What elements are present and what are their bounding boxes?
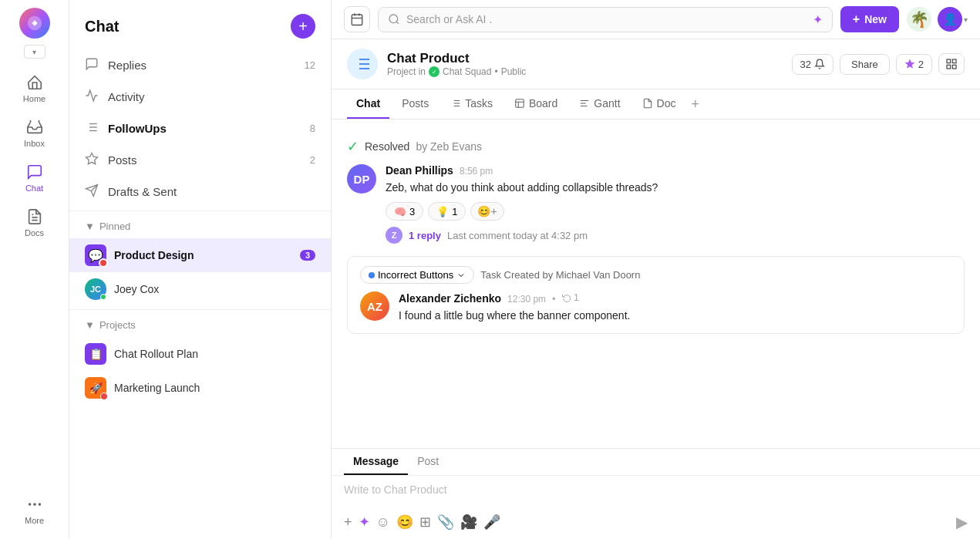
svg-rect-33 (952, 65, 956, 69)
search-bar[interactable]: Search or Ask AI . ✦ (378, 7, 833, 32)
calendar-button[interactable] (344, 6, 370, 32)
projects-section-header[interactable]: ▼ Projects (69, 313, 331, 337)
sidebar-item-followups[interactable]: FollowUps 8 (69, 113, 331, 144)
sidebar-item-joey-cox[interactable]: JC Joey Cox (69, 272, 331, 306)
chat-label: Chat (25, 184, 43, 193)
alex-name: Alexander Zichenko (399, 292, 501, 305)
compose-emoji-icon[interactable]: 😊 (396, 514, 413, 531)
add-reaction-button[interactable]: 😊+ (470, 202, 503, 221)
svg-rect-31 (952, 59, 956, 63)
more-label: More (25, 516, 44, 525)
compose-tab-post[interactable]: Post (408, 449, 448, 475)
user-avatar: 👤 (938, 7, 962, 32)
pinned-section-header[interactable]: ▼ Pinned (69, 214, 331, 238)
sidebar-item-home[interactable]: Home (8, 68, 62, 109)
alex-avatar: AZ (360, 291, 389, 321)
reply-count: 1 reply (409, 230, 441, 241)
compose-attach-icon[interactable]: 📎 (437, 514, 454, 531)
chat-tabs: Chat Posts Tasks Board (332, 89, 980, 120)
tab-chat[interactable]: Chat (347, 89, 389, 119)
compose-mic-icon[interactable]: 🎤 (483, 514, 500, 531)
tab-gantt[interactable]: Gantt (570, 89, 629, 119)
sidebar-item-docs[interactable]: Docs (8, 202, 62, 244)
tab-posts-label: Posts (402, 97, 429, 109)
search-icon (388, 13, 400, 25)
sidebar-item-inbox[interactable]: Inbox (8, 113, 62, 154)
layout-icon (945, 58, 958, 70)
sidebar-item-product-design[interactable]: 💬 Product Design 3 (69, 238, 331, 272)
tab-doc[interactable]: Doc (633, 89, 685, 119)
posts-count: 2 (310, 154, 315, 166)
sidebar-item-replies[interactable]: Replies 12 (69, 49, 331, 81)
main-content: Search or Ask AI . ✦ + New 🌴 👤 ▾ (332, 0, 980, 539)
app-logo[interactable] (19, 8, 50, 39)
home-icon (26, 74, 43, 91)
compose-tab-message[interactable]: Message (344, 449, 408, 475)
sidebar-item-chat[interactable]: Chat (8, 157, 62, 199)
tab-add-button[interactable]: + (691, 96, 699, 113)
compose-send-button[interactable]: ▶ (956, 513, 968, 531)
ai-button[interactable]: 2 (896, 54, 932, 75)
pinned-label: Pinned (99, 221, 130, 232)
resolved-by-user: by Zeb Evans (416, 140, 482, 153)
resolved-text: Resolved (365, 140, 409, 153)
reaction-brain[interactable]: 🧠 3 (386, 202, 423, 221)
bulb-emoji: 💡 (436, 206, 449, 217)
chat-product-icon (347, 49, 378, 79)
drafts-label: Drafts & Sent (108, 185, 315, 198)
notification-count-button[interactable]: 32 (792, 54, 834, 75)
dean-reply-bar[interactable]: Z 1 reply Last comment today at 4:32 pm (386, 227, 965, 244)
topbar-palm-avatar[interactable]: 🌴 (907, 7, 931, 32)
tab-tasks[interactable]: Tasks (441, 89, 502, 119)
task-tag[interactable]: Incorrect Buttons (360, 266, 474, 284)
tab-posts[interactable]: Posts (392, 89, 438, 119)
svg-line-22 (396, 22, 399, 24)
sidebar-divider-2 (69, 309, 331, 310)
drafts-icon (85, 184, 99, 200)
new-button[interactable]: + New (840, 6, 899, 32)
task-created-label: Task Created by Michael Van Doorn (480, 269, 640, 281)
followups-icon (85, 120, 99, 136)
ai-count: 2 (918, 59, 924, 70)
topbar-user-avatar[interactable]: 👤 ▾ (938, 7, 968, 32)
alex-time: 12:30 pm (507, 294, 546, 305)
compose-input[interactable]: Write to Chat Product (332, 476, 980, 507)
board-icon (514, 98, 525, 109)
bulb-count: 1 (452, 206, 457, 217)
compose-add-icon[interactable]: + (344, 514, 352, 531)
compose-video-icon[interactable]: 🎥 (460, 514, 477, 531)
sidebar-item-activity[interactable]: Activity (69, 81, 331, 113)
task-tag-chevron (456, 271, 466, 280)
pinned-chevron-icon: ▼ (85, 221, 95, 232)
sidebar-add-button[interactable]: + (291, 14, 315, 39)
topbar-right: 🌴 👤 ▾ (907, 7, 968, 32)
marketing-launch-avatar: 🚀 (85, 377, 106, 399)
nav-collapse-button[interactable]: ▾ (24, 45, 45, 59)
meta-prefix: Project in (387, 66, 426, 77)
svg-rect-38 (516, 99, 524, 108)
reaction-bulb[interactable]: 💡 1 (428, 202, 466, 221)
brain-count: 3 (409, 206, 415, 217)
sidebar-item-more[interactable]: More (8, 490, 62, 531)
reply-last: Last comment today at 4:32 pm (447, 230, 588, 241)
tab-board[interactable]: Board (505, 89, 567, 119)
sidebar-item-drafts[interactable]: Drafts & Sent (69, 176, 331, 207)
svg-rect-17 (352, 15, 362, 25)
layout-button[interactable] (938, 53, 965, 75)
share-button[interactable]: Share (840, 54, 890, 75)
more-icon (26, 496, 43, 513)
sidebar: Chat + Replies 12 Activity (69, 0, 332, 539)
compose-emoji-smile-icon[interactable]: ☺ (376, 514, 390, 531)
task-tag-dot (369, 272, 375, 278)
compose-toolbar: + ✦ ☺ 😊 ⊞ 📎 🎥 🎤 ▶ (332, 507, 980, 539)
chat-rollout-label: Chat Rollout Plan (114, 348, 315, 360)
sidebar-item-marketing-launch[interactable]: 🚀 Marketing Launch (69, 371, 331, 405)
sidebar-item-posts[interactable]: Posts 2 (69, 144, 331, 176)
dean-avatar: DP (347, 164, 376, 194)
search-placeholder: Search or Ask AI . (406, 13, 807, 25)
task-tag-label: Incorrect Buttons (378, 269, 453, 281)
compose-table-icon[interactable]: ⊞ (419, 514, 431, 531)
compose-ai-icon[interactable]: ✦ (359, 514, 370, 531)
doc-icon (642, 98, 653, 109)
sidebar-item-chat-rollout[interactable]: 📋 Chat Rollout Plan (69, 337, 331, 371)
